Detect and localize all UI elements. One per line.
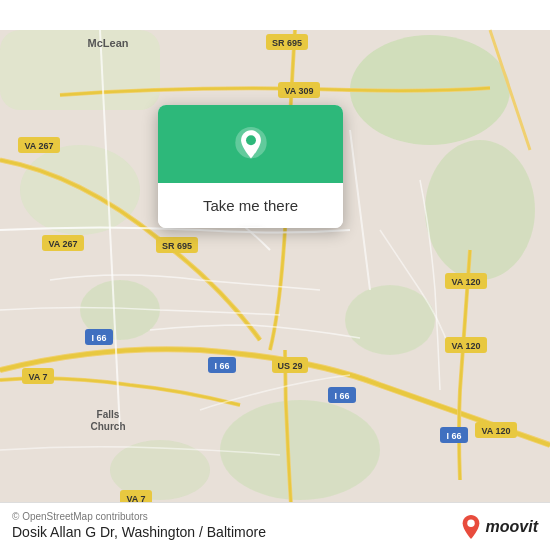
svg-point-4 — [345, 285, 435, 355]
popup-card: Take me there — [158, 105, 343, 228]
svg-text:I 66: I 66 — [91, 333, 106, 343]
svg-text:VA 267: VA 267 — [48, 239, 77, 249]
svg-text:VA 7: VA 7 — [28, 372, 47, 382]
svg-text:I 66: I 66 — [214, 361, 229, 371]
moovit-logo: moovit — [460, 514, 538, 540]
svg-text:US 29: US 29 — [277, 361, 302, 371]
svg-text:I 66: I 66 — [446, 431, 461, 441]
svg-text:VA 120: VA 120 — [481, 426, 510, 436]
svg-point-2 — [425, 140, 535, 280]
bottom-bar: © OpenStreetMap contributors Dosik Allan… — [0, 502, 550, 550]
take-me-there-button[interactable]: Take me there — [158, 183, 343, 228]
map-container: VA 267 VA 267 SR 695 SR 695 VA 309 I 66 … — [0, 0, 550, 550]
moovit-brand-text: moovit — [486, 518, 538, 536]
svg-text:Falls: Falls — [97, 409, 120, 420]
svg-text:VA 120: VA 120 — [451, 277, 480, 287]
svg-rect-5 — [0, 30, 160, 110]
svg-text:Church: Church — [91, 421, 126, 432]
popup-triangle — [239, 227, 263, 228]
svg-text:SR 695: SR 695 — [162, 241, 192, 251]
popup-header — [158, 105, 343, 183]
svg-point-43 — [246, 135, 256, 145]
svg-text:I 66: I 66 — [334, 391, 349, 401]
svg-text:McLean: McLean — [88, 37, 129, 49]
svg-point-44 — [467, 520, 474, 527]
svg-point-7 — [220, 400, 380, 500]
svg-text:VA 267: VA 267 — [24, 141, 53, 151]
svg-text:VA 309: VA 309 — [284, 86, 313, 96]
location-pin-icon — [232, 127, 270, 165]
svg-text:VA 120: VA 120 — [451, 341, 480, 351]
svg-text:SR 695: SR 695 — [272, 38, 302, 48]
moovit-pin-icon — [460, 514, 482, 540]
